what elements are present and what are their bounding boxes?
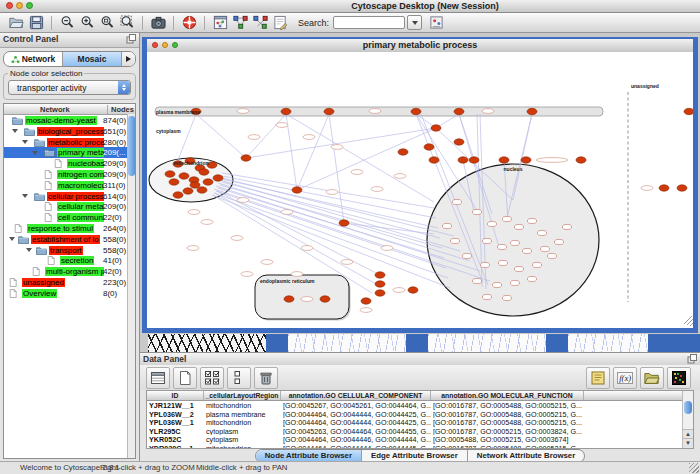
disclosure-triangle-icon[interactable] <box>26 248 32 252</box>
annotation-button[interactable] <box>270 14 290 31</box>
tree-row-primary-metabo[interactable]: primary metabo209(... <box>4 147 135 158</box>
tree-scrollbar[interactable] <box>127 114 135 458</box>
column-header[interactable]: annotation.GO CELLULAR_COMPONENT <box>281 391 431 400</box>
tree-row-secretion[interactable]: secretion41(0) <box>4 255 135 266</box>
column-header[interactable]: annotation.GO MOLECULAR_FUNCTION <box>431 391 584 400</box>
disclosure-triangle-icon[interactable] <box>22 140 28 144</box>
tree-row-node-count: 41(0) <box>103 256 122 265</box>
table-row[interactable]: YKR052Ccytoplasm[GO:0044464, GO:0044446,… <box>147 435 693 444</box>
undock-icon[interactable] <box>126 34 136 44</box>
maximize-button[interactable] <box>26 2 33 9</box>
tab-network[interactable]: Network <box>4 52 63 66</box>
disclosure-triangle-icon[interactable] <box>22 194 28 198</box>
background-window[interactable] <box>266 334 288 352</box>
tree-row-response-to-stimul[interactable]: response to stimul264(0) <box>4 223 135 234</box>
table-row[interactable]: YPL036W__1mitochondrion[GO:0044464, GO:0… <box>147 418 693 427</box>
node-color-dropdown[interactable]: transporter activity <box>8 80 131 95</box>
import-attributes-button[interactable] <box>640 367 664 389</box>
background-window[interactable] <box>148 334 266 352</box>
tree-row-macromolecule[interactable]: macromolecule311(0) <box>4 180 135 191</box>
save-button[interactable] <box>26 14 46 31</box>
tree-header[interactable]: Network Nodes <box>4 104 135 115</box>
table-scrollbar[interactable]: ▲ ▼ <box>682 391 693 448</box>
tree-row-cellular-process[interactable]: cellular process614(0) <box>4 191 135 202</box>
background-window[interactable] <box>568 334 648 352</box>
zoom-fit-button[interactable] <box>97 14 117 31</box>
network-window-titlebar[interactable]: primary metabolic process <box>147 39 693 53</box>
snapshot-button[interactable] <box>148 14 168 31</box>
table-row[interactable]: YPL036W__2plasma membrane[GO:0044464, GO… <box>147 410 693 419</box>
table-row[interactable]: YJR121W__1mitochondrion[GO:0045267, GO:0… <box>147 401 693 410</box>
tab-mosaic[interactable]: Mosaic <box>63 52 122 66</box>
attribute-table-header[interactable]: ID_cellularLayoutRegionannotation.GO CEL… <box>147 391 693 401</box>
tab-network-label: Network <box>22 54 56 64</box>
window-title: Cytoscape Desktop (New Session) <box>150 1 700 11</box>
tree-row-establishment-of-lo[interactable]: establishment of lo558(0) <box>4 234 135 245</box>
table-cell: YLR295C <box>147 427 204 436</box>
unselect-attributes-button[interactable] <box>227 367 251 389</box>
table-cell: [GO:0044464, GO:0044444, GO:0044425, G..… <box>281 418 431 427</box>
attribute-matrix-button[interactable] <box>667 367 691 389</box>
table-row[interactable]: YLR295Ccytoplasm[GO:0045263, GO:0044464,… <box>147 427 693 436</box>
network-tab-icon <box>11 55 20 64</box>
layout-nodes-button[interactable] <box>230 14 250 31</box>
tree-row-unassigned[interactable]: unassigned223(0) <box>4 277 135 288</box>
tree-row-mosaic-demo-yeast[interactable]: mosaic-demo-yeast874(0) <box>4 115 135 126</box>
tree-row-transport[interactable]: transport558(0) <box>4 245 135 256</box>
close-button[interactable] <box>6 2 13 9</box>
tree-row-cell-communicat[interactable]: cell communicat22(0) <box>4 212 135 223</box>
network-leaf-icon <box>44 202 52 211</box>
zoom-selected-button[interactable] <box>117 14 137 31</box>
search-input[interactable] <box>333 16 405 29</box>
node-color-selection-legend: Node color selection <box>8 69 84 78</box>
undock-icon[interactable] <box>687 354 697 364</box>
tree-row-label: metabolic process <box>47 138 104 147</box>
resize-grip[interactable] <box>689 463 699 473</box>
network-overview-button[interactable] <box>210 14 230 31</box>
zoom-in-button[interactable] <box>77 14 97 31</box>
tree-row-overview[interactable]: Overview8(0) <box>4 288 135 299</box>
table-scrollbar-thumb[interactable] <box>684 401 692 414</box>
disclosure-triangle-icon[interactable] <box>12 129 18 133</box>
titlebar[interactable]: Cytoscape Desktop (New Session) <box>0 0 700 13</box>
tree-row-metabolic-process[interactable]: metabolic process280(0) <box>4 137 135 148</box>
background-window[interactable] <box>648 334 700 352</box>
background-window[interactable] <box>288 334 406 352</box>
tree-row-node-count: 8(0) <box>103 289 117 298</box>
network-canvas[interactable]: plasma membranecytoplasmmitochondrionnuc… <box>147 52 693 328</box>
new-attribute-button[interactable] <box>173 367 197 389</box>
tree-row-multi-organism-pro[interactable]: multi-organism pro42(0) <box>4 266 135 277</box>
tree-row-biological-process[interactable]: biological_process651(0) <box>4 126 135 137</box>
zoom-out-button[interactable] <box>57 14 77 31</box>
vizmapper-icon[interactable] <box>426 14 446 31</box>
tree-row-nucleobase-[interactable]: nucleobase-209(0) <box>4 158 135 169</box>
tree-row-node-count: 209(0) <box>103 159 126 168</box>
tree-row-nitrogen-compo[interactable]: nitrogen compo209(0) <box>4 169 135 180</box>
open-file-button[interactable] <box>6 14 26 31</box>
delete-attribute-button[interactable] <box>254 367 278 389</box>
scroll-down-icon[interactable]: ▼ <box>683 438 693 448</box>
network-view-window[interactable]: primary metabolic process plasma membran… <box>142 37 698 333</box>
help-button[interactable] <box>179 14 199 31</box>
tab-overflow-button[interactable] <box>122 52 135 66</box>
tree-row-cellular-metabo[interactable]: cellular metabo209(0) <box>4 201 135 212</box>
column-header[interactable]: ID <box>147 391 204 400</box>
disclosure-triangle-icon[interactable] <box>9 237 15 241</box>
background-window[interactable] <box>546 334 568 352</box>
background-window[interactable] <box>406 334 428 352</box>
minimize-button[interactable] <box>16 2 23 9</box>
tree-scrollbar-thumb[interactable] <box>128 116 135 176</box>
search-dropdown-button[interactable] <box>407 15 422 30</box>
tree-row-node-count: 874(0) <box>103 116 126 125</box>
attribute-notes-button[interactable] <box>586 367 610 389</box>
column-header[interactable]: _cellularLayoutRegion <box>204 391 281 400</box>
select-attributes-button[interactable] <box>200 367 224 389</box>
background-window[interactable] <box>428 334 546 352</box>
disclosure-triangle-icon[interactable] <box>32 151 38 155</box>
svg-text:cytoplasm: cytoplasm <box>156 128 181 134</box>
toolbar-separator <box>204 16 205 30</box>
control-panel: Control Panel Network Mosaic Node color … <box>0 33 140 462</box>
attribute-table-button[interactable] <box>146 367 170 389</box>
layout-edges-button[interactable] <box>250 14 270 31</box>
function-builder-button[interactable]: f(x) <box>613 367 637 389</box>
